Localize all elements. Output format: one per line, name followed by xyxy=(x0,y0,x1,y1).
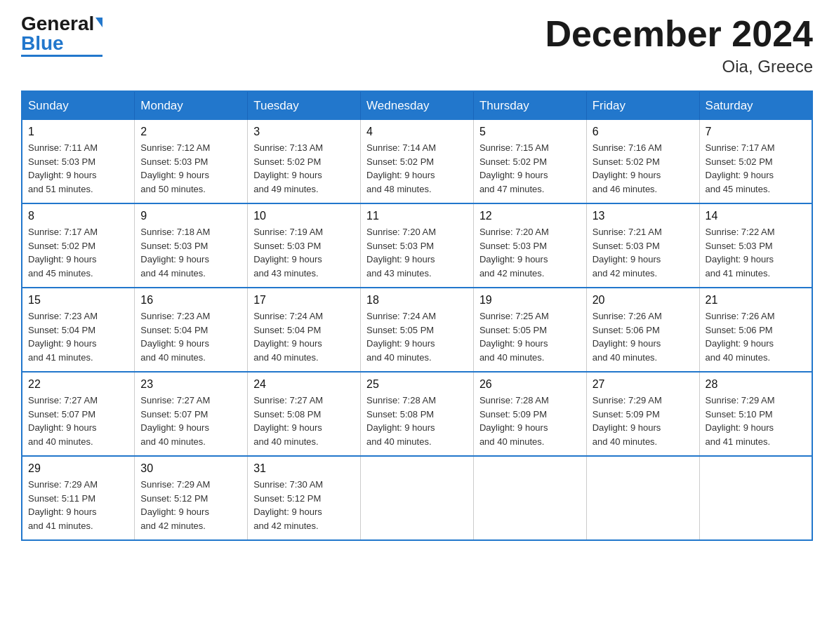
day-number: 4 xyxy=(366,126,468,138)
logo-triangle-icon xyxy=(95,18,102,27)
day-number: 14 xyxy=(706,210,806,222)
calendar-cell: 24Sunrise: 7:27 AMSunset: 5:08 PMDayligh… xyxy=(248,372,361,456)
weekday-header-sunday: Sunday xyxy=(22,91,135,120)
calendar-cell: 28Sunrise: 7:29 AMSunset: 5:10 PMDayligh… xyxy=(699,372,812,456)
calendar-cell: 30Sunrise: 7:29 AMSunset: 5:12 PMDayligh… xyxy=(135,456,248,540)
logo-text: General Blue xyxy=(21,14,102,53)
month-title: December 2024 xyxy=(545,14,813,54)
location-title: Oia, Greece xyxy=(545,57,813,76)
calendar-cell: 19Sunrise: 7:25 AMSunset: 5:05 PMDayligh… xyxy=(473,288,586,372)
calendar-cell: 2Sunrise: 7:12 AMSunset: 5:03 PMDaylight… xyxy=(135,120,248,203)
day-number: 15 xyxy=(28,294,128,307)
day-info: Sunrise: 7:29 AMSunset: 5:09 PMDaylight:… xyxy=(593,394,694,448)
day-info: Sunrise: 7:27 AMSunset: 5:07 PMDaylight:… xyxy=(140,394,241,448)
day-number: 2 xyxy=(140,126,241,138)
day-info: Sunrise: 7:16 AMSunset: 5:02 PMDaylight:… xyxy=(593,141,694,196)
day-info: Sunrise: 7:28 AMSunset: 5:09 PMDaylight:… xyxy=(479,394,581,448)
calendar-cell: 15Sunrise: 7:23 AMSunset: 5:04 PMDayligh… xyxy=(22,288,135,372)
day-number: 25 xyxy=(366,378,468,391)
calendar-cell xyxy=(473,456,586,540)
calendar-cell: 13Sunrise: 7:21 AMSunset: 5:03 PMDayligh… xyxy=(586,203,699,288)
day-info: Sunrise: 7:18 AMSunset: 5:03 PMDaylight:… xyxy=(140,225,241,280)
day-info: Sunrise: 7:17 AMSunset: 5:02 PMDaylight:… xyxy=(706,141,806,196)
day-info: Sunrise: 7:29 AMSunset: 5:11 PMDaylight:… xyxy=(28,478,128,532)
day-number: 16 xyxy=(140,294,241,307)
calendar-cell: 25Sunrise: 7:28 AMSunset: 5:08 PMDayligh… xyxy=(361,372,474,456)
calendar-cell: 17Sunrise: 7:24 AMSunset: 5:04 PMDayligh… xyxy=(248,288,361,372)
day-number: 5 xyxy=(479,126,581,138)
weekday-header-row: SundayMondayTuesdayWednesdayThursdayFrid… xyxy=(22,91,812,120)
calendar-cell: 5Sunrise: 7:15 AMSunset: 5:02 PMDaylight… xyxy=(473,120,586,203)
calendar-cell: 22Sunrise: 7:27 AMSunset: 5:07 PMDayligh… xyxy=(22,372,135,456)
calendar-week-row: 1Sunrise: 7:11 AMSunset: 5:03 PMDaylight… xyxy=(22,120,812,203)
day-info: Sunrise: 7:20 AMSunset: 5:03 PMDaylight:… xyxy=(366,225,468,280)
day-number: 10 xyxy=(253,210,355,222)
day-info: Sunrise: 7:29 AMSunset: 5:12 PMDaylight:… xyxy=(140,478,241,532)
weekday-header-wednesday: Wednesday xyxy=(361,91,474,120)
day-number: 3 xyxy=(253,126,355,138)
calendar-cell: 4Sunrise: 7:14 AMSunset: 5:02 PMDaylight… xyxy=(361,120,474,203)
day-number: 26 xyxy=(479,378,581,391)
day-number: 11 xyxy=(366,210,468,222)
day-info: Sunrise: 7:26 AMSunset: 5:06 PMDaylight:… xyxy=(593,309,694,364)
calendar-cell: 29Sunrise: 7:29 AMSunset: 5:11 PMDayligh… xyxy=(22,456,135,540)
calendar-table: SundayMondayTuesdayWednesdayThursdayFrid… xyxy=(21,90,813,541)
day-number: 21 xyxy=(706,294,806,307)
calendar-cell: 23Sunrise: 7:27 AMSunset: 5:07 PMDayligh… xyxy=(135,372,248,456)
page-header: General Blue December 2024 Oia, Greece xyxy=(21,14,813,76)
weekday-header-tuesday: Tuesday xyxy=(248,91,361,120)
day-number: 1 xyxy=(28,126,128,138)
weekday-header-monday: Monday xyxy=(135,91,248,120)
calendar-week-row: 15Sunrise: 7:23 AMSunset: 5:04 PMDayligh… xyxy=(22,288,812,372)
day-info: Sunrise: 7:21 AMSunset: 5:03 PMDaylight:… xyxy=(593,225,694,280)
day-info: Sunrise: 7:14 AMSunset: 5:02 PMDaylight:… xyxy=(366,141,468,196)
day-info: Sunrise: 7:26 AMSunset: 5:06 PMDaylight:… xyxy=(706,309,806,364)
day-number: 20 xyxy=(593,294,694,307)
logo: General Blue xyxy=(21,14,102,57)
calendar-cell: 27Sunrise: 7:29 AMSunset: 5:09 PMDayligh… xyxy=(586,372,699,456)
day-number: 6 xyxy=(593,126,694,138)
calendar-cell: 7Sunrise: 7:17 AMSunset: 5:02 PMDaylight… xyxy=(699,120,812,203)
calendar-cell xyxy=(699,456,812,540)
calendar-week-row: 8Sunrise: 7:17 AMSunset: 5:02 PMDaylight… xyxy=(22,203,812,288)
day-number: 18 xyxy=(366,294,468,307)
logo-underline xyxy=(21,55,102,57)
title-area: December 2024 Oia, Greece xyxy=(545,14,813,76)
logo-blue: Blue xyxy=(21,32,64,54)
day-number: 23 xyxy=(140,378,241,391)
day-info: Sunrise: 7:27 AMSunset: 5:08 PMDaylight:… xyxy=(253,394,355,448)
day-info: Sunrise: 7:24 AMSunset: 5:04 PMDaylight:… xyxy=(253,309,355,364)
day-info: Sunrise: 7:12 AMSunset: 5:03 PMDaylight:… xyxy=(140,141,241,196)
day-info: Sunrise: 7:29 AMSunset: 5:10 PMDaylight:… xyxy=(706,394,806,448)
day-info: Sunrise: 7:11 AMSunset: 5:03 PMDaylight:… xyxy=(28,141,128,196)
day-number: 22 xyxy=(28,378,128,391)
calendar-cell: 14Sunrise: 7:22 AMSunset: 5:03 PMDayligh… xyxy=(699,203,812,288)
day-number: 29 xyxy=(28,462,128,475)
calendar-week-row: 29Sunrise: 7:29 AMSunset: 5:11 PMDayligh… xyxy=(22,456,812,540)
day-number: 7 xyxy=(706,126,806,138)
day-number: 27 xyxy=(593,378,694,391)
calendar-cell: 9Sunrise: 7:18 AMSunset: 5:03 PMDaylight… xyxy=(135,203,248,288)
calendar-cell xyxy=(586,456,699,540)
day-info: Sunrise: 7:17 AMSunset: 5:02 PMDaylight:… xyxy=(28,225,128,280)
day-info: Sunrise: 7:25 AMSunset: 5:05 PMDaylight:… xyxy=(479,309,581,364)
day-number: 30 xyxy=(140,462,241,475)
calendar-cell: 8Sunrise: 7:17 AMSunset: 5:02 PMDaylight… xyxy=(22,203,135,288)
day-info: Sunrise: 7:19 AMSunset: 5:03 PMDaylight:… xyxy=(253,225,355,280)
day-info: Sunrise: 7:15 AMSunset: 5:02 PMDaylight:… xyxy=(479,141,581,196)
day-info: Sunrise: 7:24 AMSunset: 5:05 PMDaylight:… xyxy=(366,309,468,364)
day-number: 13 xyxy=(593,210,694,222)
day-number: 17 xyxy=(253,294,355,307)
day-number: 28 xyxy=(706,378,806,391)
calendar-cell: 21Sunrise: 7:26 AMSunset: 5:06 PMDayligh… xyxy=(699,288,812,372)
calendar-cell: 31Sunrise: 7:30 AMSunset: 5:12 PMDayligh… xyxy=(248,456,361,540)
calendar-cell: 6Sunrise: 7:16 AMSunset: 5:02 PMDaylight… xyxy=(586,120,699,203)
weekday-header-thursday: Thursday xyxy=(473,91,586,120)
calendar-cell: 11Sunrise: 7:20 AMSunset: 5:03 PMDayligh… xyxy=(361,203,474,288)
day-info: Sunrise: 7:28 AMSunset: 5:08 PMDaylight:… xyxy=(366,394,468,448)
day-number: 9 xyxy=(140,210,241,222)
day-number: 31 xyxy=(253,462,355,475)
weekday-header-friday: Friday xyxy=(586,91,699,120)
day-info: Sunrise: 7:23 AMSunset: 5:04 PMDaylight:… xyxy=(140,309,241,364)
calendar-cell: 20Sunrise: 7:26 AMSunset: 5:06 PMDayligh… xyxy=(586,288,699,372)
